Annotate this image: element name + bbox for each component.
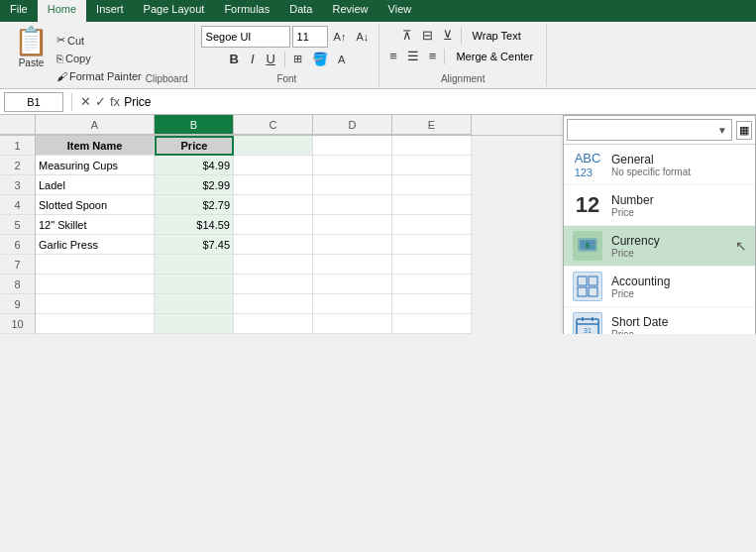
cell-b7[interactable] xyxy=(155,255,234,275)
tab-home[interactable]: Home xyxy=(38,0,86,22)
underline-button[interactable]: U xyxy=(262,51,280,67)
cell-e8[interactable] xyxy=(392,275,472,294)
format-item-currency[interactable]: $ Currency Price ↖ xyxy=(564,226,755,267)
cell-c9[interactable] xyxy=(234,294,313,314)
cell-c1[interactable] xyxy=(234,136,313,156)
format-painter-button[interactable]: 🖌 Format Painter xyxy=(53,68,146,84)
tab-review[interactable]: Review xyxy=(322,0,378,22)
cell-e4[interactable] xyxy=(392,195,472,215)
copy-button[interactable]: ⎘ Copy xyxy=(53,51,146,66)
cell-e10[interactable] xyxy=(392,314,472,334)
tab-data[interactable]: Data xyxy=(279,0,322,22)
cell-a2[interactable]: Measuring Cups xyxy=(36,156,155,175)
cell-b2[interactable]: $4.99 xyxy=(155,156,234,175)
format-item-general[interactable]: ABC123 General No specific format xyxy=(564,145,755,185)
cell-e3[interactable] xyxy=(392,175,472,195)
cell-a3[interactable]: Ladel xyxy=(36,175,155,195)
align-middle-button[interactable]: ⊟ xyxy=(418,26,437,45)
cell-b9[interactable] xyxy=(155,294,234,314)
cell-a8[interactable] xyxy=(36,275,155,294)
font-color-button[interactable]: A xyxy=(334,52,349,67)
cell-a6[interactable]: Garlic Press xyxy=(36,235,155,255)
cell-b3[interactable]: $2.99 xyxy=(155,175,234,195)
cell-d9[interactable] xyxy=(313,294,392,314)
format-item-number[interactable]: 12 Number Price xyxy=(564,185,755,226)
cell-d3[interactable] xyxy=(313,175,392,195)
confirm-formula-button[interactable]: ✓ xyxy=(95,94,106,109)
cancel-formula-button[interactable]: ✕ xyxy=(80,94,91,109)
cell-a7[interactable] xyxy=(36,255,155,275)
cell-e2[interactable] xyxy=(392,156,472,175)
cell-d7[interactable] xyxy=(313,255,392,275)
col-header-c[interactable]: C xyxy=(234,115,313,135)
cell-b8[interactable] xyxy=(155,275,234,294)
row-num-4: 4 xyxy=(0,195,36,215)
increase-font-button[interactable]: A↑ xyxy=(330,29,351,45)
cell-c6[interactable] xyxy=(234,235,313,255)
cell-a10[interactable] xyxy=(36,314,155,334)
cell-d2[interactable] xyxy=(313,156,392,175)
decrease-font-button[interactable]: A↓ xyxy=(352,29,373,45)
align-left-button[interactable]: ≡ xyxy=(385,47,401,65)
cell-a1[interactable]: Item Name xyxy=(36,136,155,156)
cell-b5[interactable]: $14.59 xyxy=(155,215,234,235)
cell-b1[interactable]: Price xyxy=(155,136,234,156)
cell-e6[interactable] xyxy=(392,235,472,255)
cell-b10[interactable] xyxy=(155,314,234,334)
col-header-a[interactable]: A xyxy=(36,115,155,135)
cell-d6[interactable] xyxy=(313,235,392,255)
cell-b4[interactable]: $2.79 xyxy=(155,195,234,215)
cell-e7[interactable] xyxy=(392,255,472,275)
font-name-input[interactable] xyxy=(201,26,290,48)
merge-center-button[interactable]: Merge & Center xyxy=(449,48,540,65)
paste-button[interactable]: 📋 Paste xyxy=(10,26,53,70)
col-header-b[interactable]: B xyxy=(155,115,234,135)
tab-file[interactable]: File xyxy=(0,0,38,22)
wrap-text-button[interactable]: Wrap Text xyxy=(466,27,528,45)
italic-button[interactable]: I xyxy=(246,51,260,67)
borders-button[interactable]: ⊞ xyxy=(289,51,306,67)
cell-a4[interactable]: Slotted Spoon xyxy=(36,195,155,215)
formula-input[interactable] xyxy=(124,95,752,109)
cell-e9[interactable] xyxy=(392,294,472,314)
fill-color-button[interactable]: 🪣 xyxy=(308,50,332,68)
tab-page-layout[interactable]: Page Layout xyxy=(134,0,215,22)
cell-e5[interactable] xyxy=(392,215,472,235)
align-top-button[interactable]: ⊼ xyxy=(398,26,416,45)
cell-c2[interactable] xyxy=(234,156,313,175)
tab-formulas[interactable]: Formulas xyxy=(214,0,279,22)
cell-d4[interactable] xyxy=(313,195,392,215)
col-header-e[interactable]: E xyxy=(392,115,472,135)
cell-d1[interactable] xyxy=(313,136,392,156)
cell-d8[interactable] xyxy=(313,275,392,294)
cell-c8[interactable] xyxy=(234,275,313,294)
tab-insert[interactable]: Insert xyxy=(86,0,134,22)
cell-a5[interactable]: 12" Skillet xyxy=(36,215,155,235)
cell-b6[interactable]: $7.45 xyxy=(155,235,234,255)
cell-d10[interactable] xyxy=(313,314,392,334)
cell-c4[interactable] xyxy=(234,195,313,215)
currency-format-sub: Price xyxy=(611,248,660,259)
cell-c5[interactable] xyxy=(234,215,313,235)
cell-reference-input[interactable] xyxy=(4,92,63,112)
dropdown-search-box[interactable]: ▼ xyxy=(567,119,732,141)
svg-rect-6 xyxy=(589,287,597,296)
bold-button[interactable]: B xyxy=(225,51,244,67)
cell-c7[interactable] xyxy=(234,255,313,275)
cell-a9[interactable] xyxy=(36,294,155,314)
align-right-button[interactable]: ≡ xyxy=(425,47,441,65)
cell-c10[interactable] xyxy=(234,314,313,334)
tab-view[interactable]: View xyxy=(378,0,422,22)
align-bottom-button[interactable]: ⊻ xyxy=(439,26,457,45)
cell-e1[interactable] xyxy=(392,136,472,156)
cell-d5[interactable] xyxy=(313,215,392,235)
col-header-d[interactable]: D xyxy=(313,115,392,135)
insert-function-button[interactable]: fx xyxy=(110,94,120,109)
format-item-short-date[interactable]: 31 Short Date Price xyxy=(564,307,755,334)
cell-c3[interactable] xyxy=(234,175,313,195)
font-size-input[interactable] xyxy=(292,26,328,48)
dropdown-extra-button[interactable]: ▦ xyxy=(736,121,752,140)
cut-button[interactable]: ✂ Cut xyxy=(53,32,146,49)
align-center-button[interactable]: ☰ xyxy=(403,47,423,65)
format-item-accounting[interactable]: Accounting Price xyxy=(564,267,755,307)
